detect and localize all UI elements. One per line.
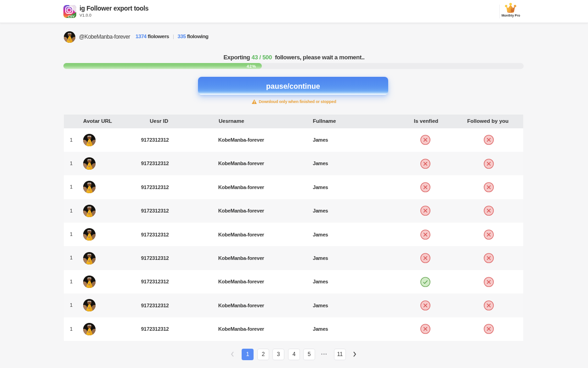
svg-text:24: 24 [88,331,90,333]
svg-text:24: 24 [88,237,90,239]
svg-text:24: 24 [88,166,90,167]
svg-text:24: 24 [88,260,90,262]
svg-text:24: 24 [88,213,90,215]
svg-text:CSV: CSV [68,15,74,18]
svg-text:24: 24 [88,284,90,286]
svg-text:24: 24 [88,190,90,191]
svg-text:24: 24 [88,308,90,310]
svg-text:24: 24 [68,39,70,40]
svg-text:24: 24 [88,142,90,144]
